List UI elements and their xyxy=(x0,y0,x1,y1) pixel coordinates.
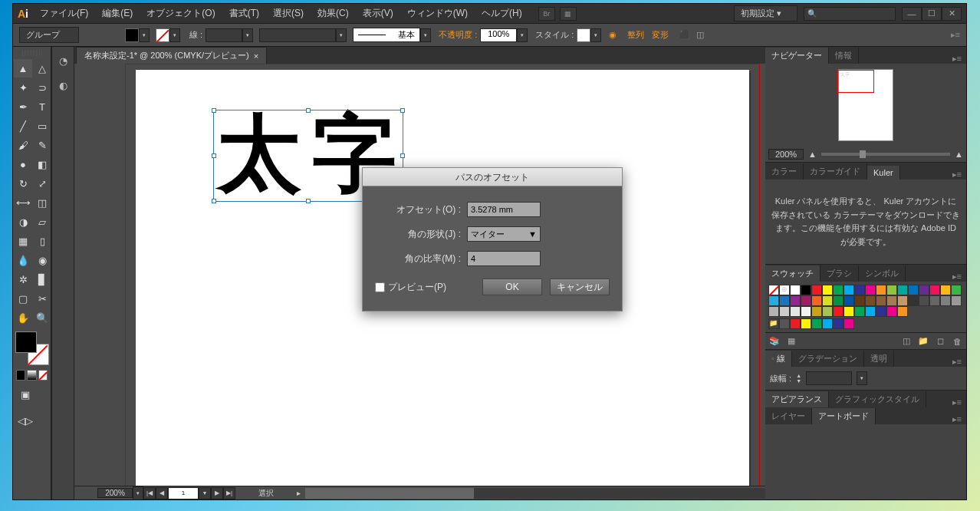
close-button[interactable]: ✕ xyxy=(942,7,962,21)
lasso-tool[interactable]: ⊃ xyxy=(33,78,51,97)
panel-menu-icon[interactable]: ▸≡ xyxy=(948,272,966,282)
menu-select[interactable]: 選択(S) xyxy=(266,7,311,20)
swatch-cell[interactable] xyxy=(779,306,790,317)
swatch-cell[interactable] xyxy=(790,295,801,306)
tab-info[interactable]: 情報 xyxy=(829,48,859,64)
panel-menu-icon[interactable]: ▸≡ xyxy=(948,414,966,424)
last-artboard[interactable]: ▶| xyxy=(223,487,235,499)
graph-tool[interactable]: ▊ xyxy=(33,270,51,288)
swatch-cell[interactable] xyxy=(844,306,854,317)
selection-tool[interactable]: ▲ xyxy=(14,59,32,77)
swatch-cell[interactable] xyxy=(811,285,822,295)
tab-stroke[interactable]: ◦ 線 xyxy=(765,351,792,367)
document-tab[interactable]: 名称未設定-1* @ 200% (CMYK/プレビュー)× xyxy=(76,47,267,64)
menu-view[interactable]: 表示(V) xyxy=(356,7,400,20)
swatch-cell[interactable] xyxy=(854,306,865,317)
ok-button[interactable]: OK xyxy=(482,279,542,295)
swatch-cell[interactable] xyxy=(844,295,854,306)
swatch-cell[interactable] xyxy=(951,295,962,306)
rotate-tool[interactable]: ↻ xyxy=(14,174,32,193)
stroke-swatch[interactable] xyxy=(156,28,169,42)
stroke-weight[interactable] xyxy=(206,28,242,42)
opacity-value[interactable]: 100% xyxy=(480,28,517,42)
search-input[interactable]: 🔍 xyxy=(804,7,896,21)
swatch-cell[interactable] xyxy=(929,295,940,306)
stroke-profile[interactable] xyxy=(259,28,336,42)
swatch-cell[interactable] xyxy=(801,306,811,317)
swatch-cell[interactable] xyxy=(908,295,919,306)
swatches-grid[interactable]: ⊕📁 xyxy=(765,282,966,332)
tab-color-guide[interactable]: カラーガイド xyxy=(804,163,867,180)
eyedropper-tool[interactable]: 💧 xyxy=(14,251,32,269)
minimize-button[interactable]: — xyxy=(902,7,922,21)
swatch-cell[interactable] xyxy=(876,295,886,306)
scale-tool[interactable]: ⤢ xyxy=(33,174,51,193)
tab-symbols[interactable]: シンボル xyxy=(859,265,906,282)
tab-brushes[interactable]: ブラシ xyxy=(821,265,859,282)
blob-brush-tool[interactable]: ● xyxy=(14,155,32,173)
mesh-tool[interactable]: ▦ xyxy=(14,232,32,250)
swatch-cell[interactable] xyxy=(811,295,822,306)
swatch-cell[interactable] xyxy=(886,295,897,306)
swatch-library-icon[interactable]: 📚 xyxy=(768,335,781,348)
swatch-options-icon[interactable]: ◫ xyxy=(900,335,913,348)
swatch-cell[interactable] xyxy=(876,306,886,317)
swatch-cell[interactable] xyxy=(919,285,929,295)
menu-type[interactable]: 書式(T) xyxy=(222,7,266,20)
gradient-mode[interactable] xyxy=(27,370,36,381)
fill-color[interactable] xyxy=(15,331,37,353)
swatch-cell[interactable] xyxy=(833,295,844,306)
menu-help[interactable]: ヘルプ(H) xyxy=(475,7,529,20)
maximize-button[interactable]: ☐ xyxy=(922,7,942,21)
recolor-icon[interactable]: ◉ xyxy=(609,30,617,40)
swatch-menu-icon[interactable]: ▦ xyxy=(785,335,797,348)
artboard-number[interactable]: 1 xyxy=(168,487,199,499)
swatch-cell[interactable] xyxy=(801,285,811,295)
swatch-cell[interactable] xyxy=(790,285,801,295)
zoom-in-icon[interactable]: ▲ xyxy=(955,150,963,159)
brush-style[interactable]: 基本 xyxy=(353,28,420,42)
tab-layers[interactable]: レイヤー xyxy=(765,408,812,424)
menu-file[interactable]: ファイル(F) xyxy=(33,7,95,20)
new-group-icon[interactable]: 📁 xyxy=(917,335,929,348)
align-button[interactable]: 整列 xyxy=(627,29,644,41)
preview-checkbox[interactable]: プレビュー(P) xyxy=(375,281,446,294)
stroke-dropdown[interactable]: ▾ xyxy=(169,28,180,42)
swatch-cell[interactable] xyxy=(811,306,822,317)
menu-effect[interactable]: 効果(C) xyxy=(311,7,356,20)
selection-type[interactable]: グループ xyxy=(19,27,79,43)
clip-icon[interactable]: ◫ xyxy=(696,30,704,40)
swatch-cell[interactable] xyxy=(876,285,886,295)
panel-menu-icon[interactable]: ▸≡ xyxy=(948,357,966,367)
symbol-sprayer-tool[interactable]: ✲ xyxy=(14,270,32,288)
swatch-cell[interactable] xyxy=(865,285,876,295)
tab-transparency[interactable]: 透明 xyxy=(864,351,894,367)
swatch-cell[interactable] xyxy=(833,306,844,317)
tab-graphic-styles[interactable]: グラフィックスタイル xyxy=(829,391,926,407)
cancel-button[interactable]: キャンセル xyxy=(550,279,610,295)
width-tool[interactable]: ⟷ xyxy=(14,193,32,212)
join-select[interactable]: マイター▼ xyxy=(467,226,541,242)
artboard-tool[interactable]: ▢ xyxy=(14,289,32,308)
tab-navigator[interactable]: ナビゲーター xyxy=(765,48,829,64)
swatch-cell[interactable] xyxy=(940,285,951,295)
control-menu-icon[interactable]: ▸≡ xyxy=(951,30,960,40)
shape-builder-tool[interactable]: ◑ xyxy=(14,213,32,231)
panel-menu-icon[interactable]: ▸≡ xyxy=(948,397,966,407)
swatch-cell[interactable] xyxy=(790,306,801,317)
paintbrush-tool[interactable]: 🖌 xyxy=(14,136,32,154)
zoom-tool[interactable]: 🔍 xyxy=(33,308,51,327)
next-artboard[interactable]: ▶ xyxy=(211,487,223,499)
eraser-tool[interactable]: ◧ xyxy=(33,155,51,173)
panel-icon-1[interactable]: ◔ xyxy=(55,53,71,68)
delete-swatch-icon[interactable]: 🗑 xyxy=(951,335,963,348)
artboard-dropdown[interactable]: ▾ xyxy=(199,487,211,499)
swatch-cell[interactable] xyxy=(951,285,962,295)
none-mode[interactable] xyxy=(38,370,48,381)
arrange-icon[interactable]: ▦ xyxy=(560,7,577,21)
new-swatch-icon[interactable]: ◻ xyxy=(934,335,946,348)
panel-icon-2[interactable]: ◐ xyxy=(55,77,71,93)
gradient-tool[interactable]: ▯ xyxy=(33,232,51,250)
horizontal-scrollbar[interactable] xyxy=(305,488,765,499)
stroke-weight-input[interactable] xyxy=(806,371,852,385)
